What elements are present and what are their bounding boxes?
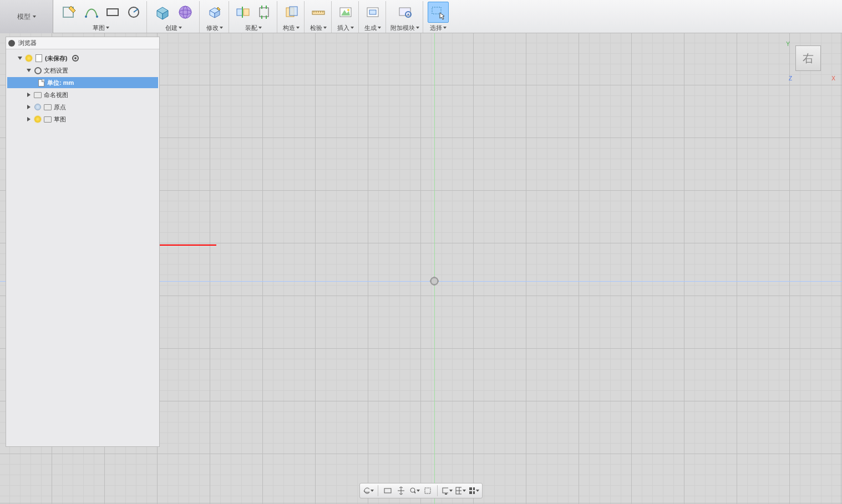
root-label: (未保存) [45,54,67,63]
svg-rect-13 [286,8,294,17]
group-label-inspect[interactable]: 检验 [310,23,327,32]
caret-icon[interactable] [26,117,32,121]
svg-point-32 [410,488,415,492]
svg-rect-14 [290,7,297,16]
axis-x-label: X [831,75,835,82]
group-select: 选择 [424,1,452,33]
svg-rect-25 [369,10,376,14]
addins-tool[interactable] [395,3,414,22]
svg-point-6 [179,6,191,18]
orbit-button[interactable] [362,485,374,497]
units-label: 单位: mm [47,79,74,87]
svg-rect-24 [367,8,378,17]
group-assembly: 装配 [230,1,277,33]
group-label-addins[interactable]: 附加模块 [390,23,419,32]
axis-y-label: Y [786,41,790,47]
display-settings-button[interactable] [441,485,453,497]
document-icon [35,54,42,62]
svg-rect-0 [63,7,73,17]
folder-icon [44,104,52,110]
origin-marker [429,276,439,286]
svg-point-1 [85,16,87,18]
group-label-make[interactable]: 生成 [364,23,381,32]
y-axis-line [434,33,435,504]
pan-button[interactable] [395,485,407,497]
viewports-button[interactable] [468,485,480,497]
folder-icon [44,116,52,123]
tree-named-views[interactable]: 命名视图 [7,89,158,100]
svg-point-7 [179,10,191,14]
bulb-on-icon[interactable] [34,116,41,123]
toolbar-groups: 草图 创建 修改 装配 [53,0,842,33]
group-label-assembly[interactable]: 装配 [245,23,262,32]
caret-icon[interactable] [26,105,32,109]
rectangle-tool[interactable] [103,3,122,22]
svg-rect-29 [432,7,441,14]
tree-origin[interactable]: 原点 [7,101,158,113]
main-toolbar: 模型 草图 创建 [0,0,842,33]
group-insert: 插入 [333,1,359,33]
browser-title: 浏览器 [18,39,37,47]
select-tool[interactable] [428,2,449,23]
sketches-label: 草图 [54,115,66,124]
joint-tool[interactable] [234,3,252,22]
grid-settings-button[interactable] [454,485,466,497]
svg-rect-10 [244,9,249,16]
svg-point-2 [96,16,98,18]
svg-rect-37 [456,487,461,494]
plane-tool[interactable] [282,3,301,22]
group-label-create[interactable]: 创建 [165,23,182,32]
group-create: 创建 [148,1,200,33]
group-label-select[interactable]: 选择 [430,23,447,32]
svg-point-23 [347,9,349,11]
tree-units[interactable]: 单位: mm [7,77,158,88]
measure-tool[interactable] [309,3,328,22]
navigation-toolbar [359,483,483,498]
group-modify: 修改 [201,1,229,33]
line-tool[interactable] [82,3,101,22]
bulb-on-icon[interactable] [26,55,32,62]
svg-rect-40 [469,487,472,490]
create-sketch-button[interactable] [59,2,80,23]
circle-tool[interactable] [124,3,143,22]
caret-icon[interactable] [26,69,32,72]
tree-root[interactable]: (未保存) [7,53,158,64]
viewcube[interactable]: 右 [795,45,821,71]
svg-point-30 [364,488,369,493]
doc-settings-label: 文档设置 [44,67,68,75]
group-construct: 构造 [278,1,305,33]
print3d-tool[interactable] [363,3,382,22]
group-label-construct[interactable]: 构造 [283,23,300,32]
caret-icon[interactable] [26,93,32,97]
workspace-switcher[interactable]: 模型 [0,0,53,33]
origin-label: 原点 [54,103,66,111]
tree-sketches[interactable]: 草图 [7,114,158,125]
joint-origin-tool[interactable] [255,3,273,22]
viewcube-face: 右 [803,51,814,66]
svg-rect-41 [473,487,475,490]
workspace-label: 模型 [17,12,31,22]
group-sketch: 草图 [55,1,147,33]
group-inspect: 检验 [306,1,332,33]
activate-icon[interactable] [72,55,79,62]
caret-icon[interactable] [17,57,23,60]
group-label-modify[interactable]: 修改 [206,23,223,32]
browser-tree: (未保存) 文档设置 单位: mm 命名视图 原点 草图 [6,49,159,128]
bulb-off-icon[interactable] [34,104,41,110]
fit-button[interactable] [422,485,434,497]
zoom-button[interactable] [408,485,420,497]
named-views-label: 命名视图 [44,91,68,99]
sphere-tool[interactable] [175,2,196,23]
collapse-icon[interactable] [8,40,15,47]
svg-point-8 [183,6,187,18]
group-label-insert[interactable]: 插入 [337,23,354,32]
presspull-tool[interactable] [204,2,225,23]
svg-marker-22 [341,10,350,16]
browser-header[interactable]: 浏览器 [6,37,159,49]
chevron-down-icon [33,16,36,18]
box-tool[interactable] [151,2,173,23]
group-label-sketch[interactable]: 草图 [93,23,109,32]
lookat-button[interactable] [382,485,394,497]
tree-doc-settings[interactable]: 文档设置 [7,65,158,76]
insert-decal-tool[interactable] [336,3,355,22]
